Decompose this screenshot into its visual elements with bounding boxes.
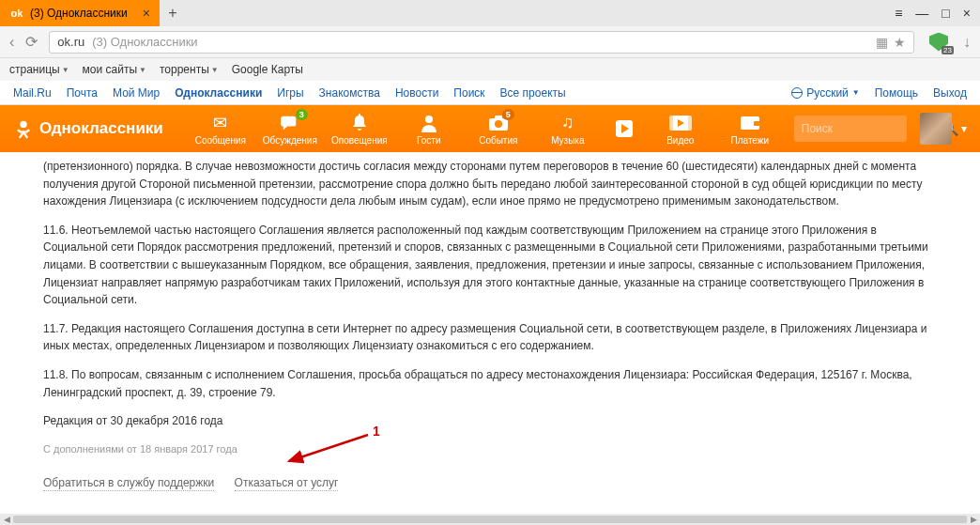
wallet-icon — [740, 113, 760, 133]
nav-messages[interactable]: ✉ Сообщения — [186, 105, 255, 152]
bell-icon — [351, 113, 368, 133]
bookmark-item[interactable]: страницы ▼ — [9, 63, 69, 76]
ok-logo[interactable]: Одноклассники — [13, 118, 163, 139]
nav-discussions[interactable]: 3 Обсуждения — [255, 105, 325, 152]
play-icon — [615, 118, 634, 139]
mailru-link-ok[interactable]: Одноклассники — [175, 86, 262, 100]
globe-icon — [791, 87, 803, 99]
adblock-extension-icon[interactable]: 23 — [926, 32, 952, 53]
maximize-icon[interactable]: □ — [942, 6, 949, 21]
paragraph: 11.6. Неотъемлемой частью настоящего Сог… — [43, 222, 937, 309]
url-host: ok.ru — [57, 35, 84, 49]
window-controls: ≡ — □ × — [895, 6, 980, 21]
tab-favicon-icon: ok — [9, 6, 24, 21]
svg-point-0 — [20, 121, 26, 128]
svg-rect-10 — [754, 121, 760, 126]
browser-tab[interactable]: ok (3) Одноклассники × — [0, 0, 160, 26]
mailru-link-dating[interactable]: Знакомства — [319, 86, 380, 100]
language-selector[interactable]: Русский ▼ — [791, 86, 859, 100]
music-note-icon: ♫ — [561, 113, 574, 133]
svg-point-1 — [425, 116, 433, 123]
nav-notifications[interactable]: Оповещения — [325, 105, 394, 152]
svg-point-4 — [495, 120, 502, 128]
nav-label: События — [479, 135, 517, 146]
tab-title: (3) Одноклассники — [30, 7, 128, 20]
svg-rect-3 — [495, 116, 502, 119]
bookmark-item[interactable]: мои сайты ▼ — [83, 63, 146, 76]
tab-close-icon[interactable]: × — [143, 6, 150, 21]
nav-payments[interactable]: Платежи — [715, 105, 785, 152]
extension-badge: 23 — [942, 46, 954, 54]
paragraph: 11.7. Редакция настоящего Соглашения дос… — [43, 320, 937, 355]
search-box[interactable]: 🔍 — [794, 116, 907, 142]
minimize-icon[interactable]: — — [915, 6, 928, 21]
close-window-icon[interactable]: × — [963, 6, 971, 21]
content-area: (претензионного) порядка. В случае невоз… — [0, 152, 980, 514]
paragraph: 11.8. По вопросам, связанным с исполнени… — [43, 366, 937, 401]
addendum-date: С дополнениями от 18 января 2017 года — [43, 441, 937, 457]
url-page-title: (3) Одноклассники — [92, 35, 197, 49]
svg-rect-8 — [688, 116, 692, 131]
scroll-right-icon[interactable]: ▶ — [967, 514, 980, 525]
optout-link[interactable]: Отказаться от услуг — [235, 476, 339, 491]
back-icon[interactable]: ‹ — [9, 34, 14, 51]
nav-video[interactable]: Видео — [646, 105, 715, 152]
paragraph: (претензионного) порядка. В случае невоз… — [43, 158, 937, 210]
mailru-link-pochta[interactable]: Почта — [67, 86, 98, 100]
site-info-icon[interactable]: ▦ — [876, 35, 888, 50]
bookmark-bar: страницы ▼ мои сайты ▼ торренты ▼ Google… — [0, 58, 980, 81]
horizontal-scrollbar[interactable]: ◀ ▶ — [0, 514, 980, 525]
new-tab-button[interactable]: + — [160, 0, 186, 26]
mailru-nav: Mail.Ru Почта Мой Мир Одноклассники Игры… — [0, 81, 980, 105]
logout-link[interactable]: Выход — [933, 86, 967, 100]
user-icon — [421, 113, 437, 133]
nav-events[interactable]: 5 События — [464, 105, 533, 152]
nav-guests[interactable]: Гости — [394, 105, 464, 152]
avatar[interactable] — [920, 113, 952, 145]
bookmark-item[interactable]: Google Карты — [232, 63, 303, 76]
mailru-link-all[interactable]: Все проекты — [500, 86, 566, 100]
ok-logo-icon — [13, 118, 34, 139]
nav-label: Платежи — [731, 135, 770, 146]
support-link[interactable]: Обратиться в службу поддержки — [43, 476, 214, 491]
nav-label: Гости — [417, 135, 440, 146]
menu-icon[interactable]: ≡ — [895, 6, 902, 21]
chevron-down-icon[interactable]: ▾ — [961, 122, 967, 135]
mailru-link-games[interactable]: Игры — [277, 86, 303, 100]
bookmark-star-icon[interactable]: ★ — [894, 35, 906, 50]
bookmark-item[interactable]: торренты ▼ — [160, 63, 219, 76]
nav-play[interactable] — [603, 105, 646, 152]
footer-links: Обратиться в службу поддержки Отказаться… — [43, 474, 937, 492]
mailru-link-moimir[interactable]: Мой Мир — [113, 86, 160, 100]
mailru-link-mail[interactable]: Mail.Ru — [13, 86, 52, 100]
revision-date: Редакция от 30 декабря 2016 года — [43, 412, 937, 430]
badge-count: 5 — [502, 109, 514, 120]
nav-label: Музыка — [551, 135, 584, 146]
nav-label: Обсуждения — [263, 135, 317, 146]
nav-music[interactable]: ♫ Музыка — [533, 105, 603, 152]
downloads-icon[interactable]: ↓ — [963, 34, 971, 51]
badge-count: 3 — [296, 109, 308, 120]
ok-header: Одноклассники ✉ Сообщения 3 Обсуждения О… — [0, 105, 980, 152]
nav-label: Видео — [666, 135, 694, 146]
address-bar: ‹ ⟳ ok.ru (3) Одноклассники ▦ ★ 23 ↓ — [0, 26, 980, 58]
scroll-left-icon[interactable]: ◀ — [0, 514, 13, 525]
help-link[interactable]: Помощь — [875, 86, 918, 100]
reload-icon[interactable]: ⟳ — [25, 33, 38, 51]
nav-label: Оповещения — [331, 135, 388, 146]
mailru-link-news[interactable]: Новости — [395, 86, 438, 100]
mailru-link-search[interactable]: Поиск — [453, 86, 484, 100]
svg-rect-7 — [669, 116, 673, 131]
video-icon — [669, 113, 692, 133]
envelope-icon: ✉ — [213, 113, 227, 133]
tab-bar: ok (3) Одноклассники × + ≡ — □ × — [0, 0, 980, 26]
url-input[interactable]: ok.ru (3) Одноклассники ▦ ★ — [49, 31, 914, 54]
ok-logo-text: Одноклассники — [39, 119, 163, 138]
nav-label: Сообщения — [195, 135, 246, 146]
scrollbar-thumb[interactable] — [13, 516, 967, 523]
